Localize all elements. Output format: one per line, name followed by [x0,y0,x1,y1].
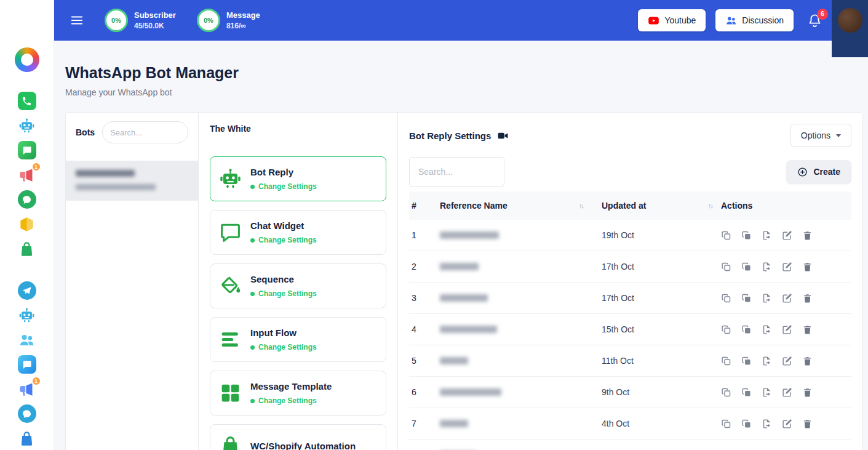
duplicate-icon [721,293,731,303]
user-avatar[interactable] [838,8,862,33]
copy-button[interactable] [741,387,752,398]
discussion-button[interactable]: Discussion [715,9,794,31]
edit-icon [782,419,792,429]
message-label: Message [226,10,260,20]
edit-button[interactable] [782,324,792,335]
bots-search-input[interactable] [102,121,188,143]
edit-button[interactable] [782,387,792,398]
export-button[interactable] [762,262,772,272]
sort-icon[interactable]: ↑↓ [579,202,583,209]
setting-card-bot-reply[interactable]: Bot Reply Change Settings [210,156,386,201]
col-updated-at-header[interactable]: Updated at ↑↓ [592,201,721,211]
export-button[interactable] [762,387,772,398]
change-settings-link[interactable]: Change Settings [250,396,332,405]
whatsapp-icon[interactable] [18,92,36,110]
col-reference-name-header[interactable]: Reference Name ↑↓ [440,201,592,211]
redacted-reference-name [440,388,501,396]
change-settings-link[interactable]: Change Settings [250,289,317,298]
duplicate-button[interactable] [721,324,731,335]
telegram-chat-icon[interactable] [18,355,36,374]
whatsapp-broadcast-icon[interactable]: 1 [18,166,36,184]
telegram-group-icon[interactable] [18,331,36,349]
duplicate-button[interactable] [721,293,731,303]
duplicate-button[interactable] [721,230,731,241]
page-title: WhatsApp Bot Manager [65,64,863,82]
whatsapp-catalog-icon[interactable] [18,215,36,233]
change-settings-link[interactable]: Change Settings [250,182,317,191]
telegram-shop-icon[interactable] [18,429,36,448]
table-header: # Reference Name ↑↓ Updated at ↑↓ Action… [409,191,851,220]
duplicate-button[interactable] [721,262,731,272]
copy-button[interactable] [741,356,752,366]
telegram-icon[interactable] [18,281,36,300]
copy-button[interactable] [741,230,752,241]
setting-card-sequence[interactable]: Sequence Change Settings [210,263,386,308]
trash-icon [802,419,813,429]
change-settings-link[interactable]: Change Settings [250,236,317,244]
delete-button[interactable] [802,356,813,366]
whatsapp-livechat-icon[interactable] [18,190,36,209]
delete-button[interactable] [802,324,813,335]
reply-search-input[interactable] [409,157,504,187]
telegram-livechat-icon[interactable] [18,404,36,423]
export-icon [762,293,772,303]
export-button[interactable] [762,324,772,335]
copy-button[interactable] [741,324,752,335]
video-tutorial-icon[interactable] [497,130,509,142]
delete-button[interactable] [802,230,813,241]
setting-card-message-template[interactable]: Message Template Change Settings [210,371,386,416]
copy-button[interactable] [741,293,752,303]
duplicate-button[interactable] [721,387,731,398]
wc-shopify-automation-icon [219,435,242,450]
count-badge: 1 [31,162,41,172]
whatsapp-shop-icon[interactable] [18,239,36,258]
col-actions-header: Actions [721,201,851,211]
duplicate-button[interactable] [721,419,731,429]
telegram-broadcast-icon[interactable]: 1 [18,380,36,398]
sort-icon[interactable]: ↑↓ [708,202,712,209]
menu-toggle-icon[interactable] [70,14,84,27]
bot-list-item-selected[interactable] [66,161,198,201]
status-dot [250,399,255,403]
edit-button[interactable] [782,230,792,241]
message-stat: 0% Message 816/∞ [197,9,260,32]
table-body: 1 19th Oct 2 17th Oct 3 17th Oct [409,220,851,450]
whatsapp-chat-icon[interactable] [18,141,36,159]
change-settings-link[interactable]: Change Settings [250,343,317,352]
edit-button[interactable] [782,293,792,303]
redacted-reference-name [440,231,499,239]
app-logo[interactable] [15,47,39,72]
telegram-bot-icon[interactable] [18,306,36,324]
create-button[interactable]: Create [786,160,851,183]
options-button[interactable]: Options [790,124,851,147]
setting-card-wc-shopify-automation[interactable]: WC/Shopify Automation [210,424,386,450]
plus-icon [797,167,808,177]
count-badge: 1 [31,376,41,386]
copy-button[interactable] [741,262,752,272]
whatsapp-bot-icon[interactable] [18,116,36,135]
export-button[interactable] [762,356,772,366]
export-button[interactable] [762,230,772,241]
trash-icon [802,293,813,303]
edit-button[interactable] [782,262,792,272]
notifications-button[interactable]: 6 [807,13,822,28]
youtube-button[interactable]: Youtube [638,9,706,31]
setting-card-input-flow[interactable]: Input Flow Change Settings [210,317,386,362]
row-number: 7 [412,419,440,428]
export-button[interactable] [762,419,772,429]
delete-button[interactable] [802,387,813,398]
table-row: 6 9th Oct [409,377,851,408]
edit-button[interactable] [782,419,792,429]
redacted-reference-name [440,420,468,427]
subscriber-progress-ring: 0% [105,9,128,32]
export-button[interactable] [762,293,772,303]
duplicate-button[interactable] [721,356,731,366]
row-number: 1 [412,230,440,240]
delete-button[interactable] [802,262,813,272]
setting-card-chat-widget[interactable]: Chat Widget Change Settings [210,210,386,255]
edit-button[interactable] [782,356,792,366]
delete-button[interactable] [802,293,813,303]
copy-button[interactable] [741,419,752,429]
copy-icon [741,419,752,429]
delete-button[interactable] [802,419,813,429]
